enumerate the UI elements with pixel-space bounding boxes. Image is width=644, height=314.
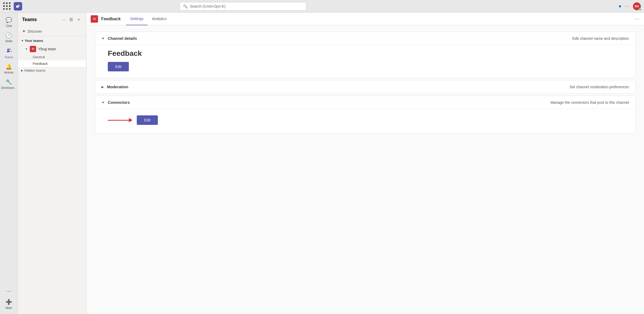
notification-dot bbox=[619, 5, 621, 7]
connectors-desc: Manage the connectors that post to this … bbox=[550, 100, 629, 105]
search-bar[interactable]: 🔍 Search (Cmd+Opt+E) bbox=[180, 2, 306, 11]
team-avatar: Tt bbox=[30, 46, 36, 52]
discover-icon: ✦ bbox=[22, 29, 26, 34]
channel-feedback-label: Feedback bbox=[33, 62, 48, 66]
svg-rect-1 bbox=[18, 5, 20, 7]
side-nav: 💬 Chat 🕐 Shifts Teams 🔔 Activity 🔧 bbox=[0, 13, 18, 314]
channel-general[interactable]: General bbox=[18, 54, 86, 60]
connectors-body: Edit bbox=[95, 109, 635, 133]
channel-details-header[interactable]: ▼ Channel details Edit channel name and … bbox=[95, 32, 635, 45]
sidebar-item-apps[interactable]: ➕ Apps bbox=[1, 297, 17, 311]
top-bar-right: ··· RH bbox=[619, 2, 641, 10]
discover-label: Discover bbox=[28, 29, 42, 33]
avatar-initials: RH bbox=[635, 5, 639, 8]
moderation-header[interactable]: ▶ Moderation Set channel moderation pref… bbox=[95, 80, 635, 93]
connectors-section: ▼ Connectors Manage the connectors that … bbox=[95, 96, 636, 134]
connectors-header[interactable]: ▼ Connectors Manage the connectors that … bbox=[95, 96, 635, 109]
developer-label: Developer... bbox=[1, 86, 17, 89]
your-teams-section[interactable]: ▼ Your teams bbox=[18, 37, 86, 44]
channel-details-body: Feedback Edit bbox=[95, 45, 635, 78]
connectors-chevron: ▼ bbox=[101, 101, 105, 104]
tab-settings[interactable]: Settings bbox=[126, 13, 148, 25]
developer-icon: 🔧 bbox=[6, 79, 12, 85]
ybug-team-item[interactable]: ▼ Tt Ybug team bbox=[18, 44, 86, 54]
add-team-button[interactable]: ＋ bbox=[76, 16, 82, 23]
teams-panel-actions: ··· ☰ ＋ bbox=[61, 16, 82, 23]
teams-panel-title: Teams bbox=[22, 17, 59, 22]
chat-label: Chat bbox=[6, 24, 12, 27]
teams-panel: Teams ··· ☰ ＋ ✦ Discover ▼ Your teams ▼ … bbox=[18, 13, 86, 314]
content-area: Tt Feedback Settings Analytics ··· ▼ Cha… bbox=[86, 13, 644, 314]
team-expand-chevron: ▼ bbox=[25, 48, 28, 50]
moderation-title: Moderation bbox=[107, 85, 128, 89]
discover-item[interactable]: ✦ Discover bbox=[18, 27, 86, 36]
apps-label: Apps bbox=[6, 306, 12, 309]
your-teams-label: Your teams bbox=[25, 39, 43, 43]
shifts-icon: 🕐 bbox=[6, 32, 12, 38]
connectors-title: Connectors bbox=[108, 100, 130, 105]
tab-analytics-label: Analytics bbox=[152, 17, 167, 21]
connectors-edit-row: Edit bbox=[108, 113, 623, 127]
top-bar: 🔍 Search (Cmd+Opt+E) ··· RH bbox=[0, 0, 644, 13]
sidebar-item-activity[interactable]: 🔔 Activity bbox=[1, 61, 17, 76]
moderation-section: ▶ Moderation Set channel moderation pref… bbox=[95, 80, 636, 94]
connectors-edit-button[interactable]: Edit bbox=[137, 115, 158, 125]
arrow-line bbox=[108, 120, 129, 121]
sidebar-item-teams[interactable]: Teams bbox=[1, 45, 17, 61]
arrow-head bbox=[129, 118, 133, 122]
teams-nav-label: Teams bbox=[4, 56, 13, 59]
hidden-teams-chevron: ▶ bbox=[21, 69, 23, 72]
channel-more-button[interactable]: ··· bbox=[634, 16, 640, 22]
team-name: Ybug team bbox=[38, 47, 56, 51]
apps-icon: ➕ bbox=[6, 299, 12, 305]
more-nav-button[interactable]: ··· bbox=[4, 286, 14, 297]
svg-point-2 bbox=[7, 49, 9, 51]
chat-icon: 💬 bbox=[6, 17, 12, 23]
sidebar-item-chat[interactable]: 💬 Chat bbox=[1, 15, 17, 30]
app-launcher-button[interactable] bbox=[3, 2, 11, 10]
channel-details-section: ▼ Channel details Edit channel name and … bbox=[95, 32, 636, 78]
sidebar-item-developer[interactable]: 🔧 Developer... bbox=[1, 77, 17, 91]
tab-analytics[interactable]: Analytics bbox=[148, 13, 171, 25]
arrow-annotation bbox=[108, 118, 133, 122]
user-avatar[interactable]: RH bbox=[633, 2, 641, 10]
search-icon: 🔍 bbox=[183, 4, 188, 8]
channel-header: Tt Feedback Settings Analytics ··· bbox=[86, 13, 644, 25]
team-initials: Tt bbox=[32, 48, 34, 51]
shifts-label: Shifts bbox=[5, 40, 13, 43]
filter-button[interactable]: ☰ bbox=[68, 16, 74, 23]
online-status-badge bbox=[639, 8, 641, 11]
svg-point-3 bbox=[9, 48, 11, 50]
main-layout: 💬 Chat 🕐 Shifts Teams 🔔 Activity 🔧 bbox=[0, 13, 644, 314]
moderation-desc: Set channel moderation preferences bbox=[569, 85, 629, 89]
channel-icon-initials: Tt bbox=[93, 17, 96, 21]
hidden-teams-label: Hidden teams bbox=[24, 68, 45, 72]
hidden-teams-section[interactable]: ▶ Hidden teams bbox=[18, 67, 86, 74]
your-teams-chevron: ▼ bbox=[21, 39, 24, 42]
settings-content: ▼ Channel details Edit channel name and … bbox=[86, 25, 644, 314]
activity-icon: 🔔 bbox=[6, 63, 12, 70]
teams-panel-header: Teams ··· ☰ ＋ bbox=[18, 13, 86, 27]
channel-details-desc: Edit channel name and description bbox=[572, 36, 629, 41]
channel-name: Feedback bbox=[101, 17, 121, 21]
channel-icon: Tt bbox=[91, 15, 98, 23]
channel-feedback[interactable]: Feedback bbox=[18, 60, 86, 67]
channel-display-name: Feedback bbox=[108, 49, 623, 58]
channel-tabs: Settings Analytics bbox=[126, 13, 171, 25]
search-placeholder: Search (Cmd+Opt+E) bbox=[190, 4, 225, 8]
sidebar-item-shifts[interactable]: 🕐 Shifts bbox=[1, 30, 17, 45]
tab-settings-label: Settings bbox=[130, 17, 144, 21]
teams-icon bbox=[6, 47, 12, 55]
channel-details-chevron: ▼ bbox=[101, 37, 105, 40]
activity-label: Activity bbox=[4, 71, 13, 74]
channel-details-title: Channel details bbox=[108, 36, 137, 41]
channel-list: General Feedback bbox=[18, 54, 86, 67]
top-bar-more-button[interactable]: ··· bbox=[624, 3, 630, 9]
channel-edit-button[interactable]: Edit bbox=[108, 62, 129, 71]
channel-general-label: General bbox=[33, 55, 45, 59]
moderation-chevron: ▶ bbox=[101, 85, 104, 89]
teams-logo bbox=[14, 2, 22, 11]
teams-more-button[interactable]: ··· bbox=[61, 16, 67, 23]
